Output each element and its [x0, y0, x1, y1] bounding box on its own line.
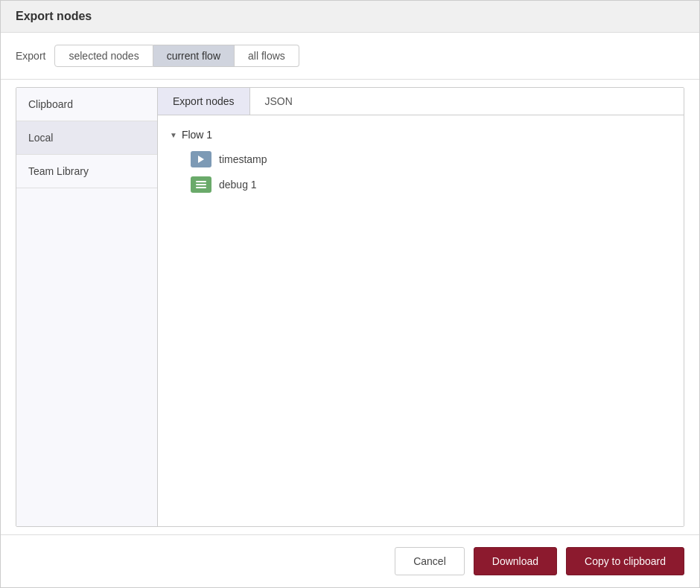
arrow-icon [198, 156, 204, 163]
list-item: debug 1 [170, 172, 672, 197]
flow-header[interactable]: ▼ Flow 1 [170, 123, 672, 147]
export-label: Export [16, 50, 45, 62]
dialog-body: Clipboard Local Team Library Export node… [1, 80, 699, 534]
tab-selected-nodes[interactable]: selected nodes [54, 45, 153, 67]
main-panel: Clipboard Local Team Library Export node… [16, 87, 684, 527]
sidebar-item-clipboard[interactable]: Clipboard [16, 88, 157, 121]
sidebar: Clipboard Local Team Library [16, 88, 158, 526]
timestamp-icon [191, 151, 211, 167]
dialog-header: Export nodes [1, 1, 699, 33]
download-button[interactable]: Download [474, 547, 557, 575]
list-item: timestamp [170, 147, 672, 172]
content-area: Export nodes JSON ▼ Flow 1 [158, 88, 684, 526]
export-tabs-row: Export selected nodes current flow all f… [1, 33, 699, 80]
flow-name: Flow 1 [182, 129, 212, 141]
content-tab-json[interactable]: JSON [250, 88, 684, 115]
nodes-list: ▼ Flow 1 timestamp [158, 115, 684, 526]
sidebar-item-local[interactable]: Local [16, 121, 157, 155]
tab-current-flow[interactable]: current flow [153, 45, 235, 67]
node-label-debug: debug 1 [219, 179, 257, 191]
sidebar-item-team-library[interactable]: Team Library [16, 155, 157, 188]
export-dialog: Export nodes Export selected nodes curre… [0, 0, 700, 588]
copy-to-clipboard-button[interactable]: Copy to clipboard [566, 547, 684, 575]
node-label-timestamp: timestamp [219, 153, 267, 165]
chevron-icon: ▼ [170, 131, 177, 139]
content-tab-export-nodes[interactable]: Export nodes [158, 88, 250, 115]
content-tabs: Export nodes JSON [158, 88, 684, 115]
cancel-button[interactable]: Cancel [395, 547, 465, 575]
debug-lines-icon [196, 181, 206, 188]
dialog-title: Export nodes [16, 10, 92, 22]
debug-icon [191, 176, 211, 193]
dialog-footer: Cancel Download Copy to clipboard [1, 534, 699, 587]
tab-all-flows[interactable]: all flows [235, 45, 299, 67]
